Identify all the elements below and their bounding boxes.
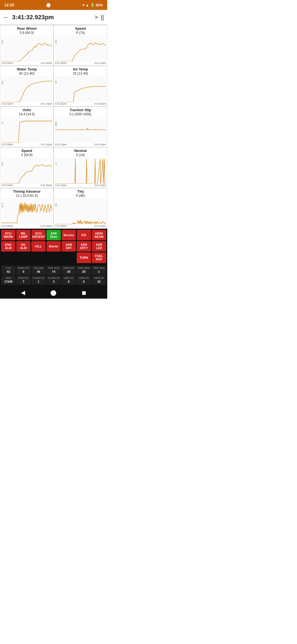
data-eng263: ENG2.63 7 [16, 275, 31, 285]
asr-led-button[interactable]: ASR LED [92, 241, 106, 252]
ecu-warn-button[interactable]: ECU WARN [1, 230, 15, 240]
chart-traction-slip: Traction Slip 0 (-1000-1000) 1000 3:31:3… [54, 107, 107, 147]
eng-alm-button[interactable]: ENG ALM [1, 241, 15, 252]
status-bar: 12:22 ⬤ ▾ ▲ 🔋 92% [0, 0, 107, 10]
chart-timing-advance: Timing Advance 11 (-10.5-61.5) 61.5 3:31… [0, 188, 54, 229]
wifi-icon: ▾ [82, 3, 84, 7]
status-time: 12:22 [4, 3, 14, 7]
high-beam-button[interactable]: HIGH BEAM [92, 230, 106, 240]
data-row-1: Fuel 43 TEMP EXT 0 Trip Odo 46 TRIP MAX … [1, 266, 106, 275]
data-row-2: ODO 17240 ENG2.63 7 DASH2.36 1 DASH1.63 … [1, 275, 106, 285]
chart-air-temp: Air Temp 25 (12-49) 60 3:31:32pm 3:41:32… [54, 66, 107, 107]
page-title: 3:41:32.923pm [12, 14, 95, 21]
chart-tinj: TInj 0 (46) 100 3:31:32pm 3:41:32pm [54, 188, 107, 229]
data-trip-hrs: TRIP HRS 1 [92, 266, 106, 275]
back-button[interactable]: ← [3, 14, 9, 21]
data-trip-max: TRIP MAX 74 [46, 266, 61, 275]
chart-volts: Volts 14.4 (14.5) 15 3:31:32pm 3:41:32pm [0, 107, 54, 147]
data-temp-ext: TEMP EXT 0 [16, 266, 31, 275]
kill-button[interactable]: KILL [31, 241, 46, 252]
service-button[interactable]: Service [62, 230, 76, 240]
nav-bar: ◀ ⬤ ◼ [0, 286, 107, 299]
chart-speed-mid: Speed 2 (64.8) 140 3:31:32pm 3:41:32pm [0, 147, 54, 188]
data-dash236: DASH2.36 1 [31, 275, 46, 285]
data-abs255: ABS2.55 5 [76, 275, 91, 285]
chart-neutral: Neutral 0 (14) 14 3:31:32pm 3:41:32pm [54, 147, 107, 188]
asr-off-button[interactable]: ASR OFF [62, 241, 76, 252]
asr-off2-button[interactable]: ASR OFF? [77, 241, 91, 252]
oil-alm-button[interactable]: OIL ALM [16, 241, 31, 252]
ice-button[interactable]: ICE [77, 230, 91, 240]
data-trip-mins: TRIP MINS 20 [76, 266, 91, 275]
charts-grid: Rear Wheel 0.9 (69.3) 140 3:31:32pm 3:41… [0, 25, 107, 229]
turn-button[interactable]: TURN [77, 252, 91, 263]
header-controls: > || [95, 14, 104, 21]
data-trip-avg: TRIP AVG 34 [61, 266, 76, 275]
data-fuel: Fuel 43 [1, 266, 16, 275]
asr-state-button[interactable]: ASR State [46, 230, 61, 240]
starter-button[interactable]: Starter [46, 241, 61, 252]
signal-icon: ▲ [86, 3, 89, 7]
data-footer: Fuel 43 TEMP EXT 0 Trip Odo 46 TRIP MAX … [0, 265, 107, 286]
chart-water-temp: Water Temp 82 (11-90) 120 3:31:32pm 3:41… [0, 66, 54, 107]
nav-back-icon[interactable]: ◀ [21, 289, 25, 296]
ecu-urgent-button[interactable]: ECU URGENT [31, 230, 46, 240]
buttons-section: ECU WARN MIL LAMP ECU URGENT ASR State S… [0, 229, 107, 265]
chart-rear-wheel: Rear Wheel 0.9 (69.3) 140 3:31:32pm 3:41… [0, 25, 54, 66]
fuel-rsv-button[interactable]: FUEL RSV [92, 252, 106, 263]
header: ← 3:41:32.923pm > || [0, 10, 107, 25]
data-odo: ODO 17240 [1, 275, 16, 285]
data-abs251: ABS2.51 5 [61, 275, 76, 285]
battery-percent: 92% [96, 3, 103, 7]
battery-icon: 🔋 [90, 3, 95, 7]
data-trip-odo: Trip Odo 46 [31, 266, 46, 275]
status-dot: ⬤ [46, 3, 51, 7]
forward-button[interactable]: > [95, 14, 98, 21]
data-dash163: DASH1.63 3 [46, 275, 61, 285]
data-abs263: ABS2.63 15 [92, 275, 106, 285]
pause-button[interactable]: || [101, 14, 104, 21]
status-right: ▾ ▲ 🔋 92% [82, 3, 103, 7]
nav-recent-icon[interactable]: ◼ [82, 289, 86, 296]
mil-lamp-button[interactable]: MIL LAMP [16, 230, 31, 240]
nav-home-icon[interactable]: ⬤ [50, 289, 56, 296]
chart-speed-top: Speed 0 (74) 140 3:31:32pm 3:41:32pm [54, 25, 107, 66]
